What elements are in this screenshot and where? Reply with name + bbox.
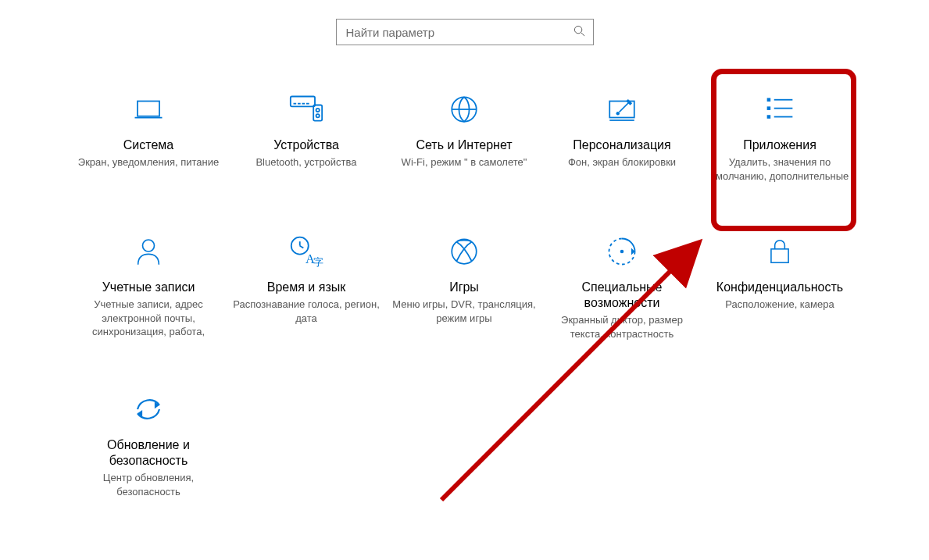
svg-point-29 — [452, 239, 477, 264]
svg-rect-19 — [767, 115, 771, 119]
svg-point-31 — [620, 250, 624, 254]
globe-icon — [448, 91, 481, 128]
tile-time-language[interactable]: A 字 Время и язык Распознавание голоса, р… — [228, 228, 384, 348]
tile-title: Конфиденциальность — [716, 280, 843, 295]
tile-privacy[interactable]: Конфиденциальность Расположение, камера — [702, 228, 858, 348]
svg-rect-32 — [771, 249, 788, 262]
svg-rect-18 — [767, 106, 771, 110]
search-input[interactable] — [345, 25, 573, 40]
svg-rect-4 — [291, 97, 315, 107]
svg-rect-17 — [767, 98, 771, 102]
tile-title: Персонализация — [573, 137, 670, 153]
tile-title: Сеть и Интернет — [416, 137, 512, 153]
xbox-icon — [448, 233, 481, 270]
tile-desc: Bluetooth, устройства — [255, 155, 356, 169]
svg-rect-2 — [138, 102, 159, 116]
svg-line-26 — [300, 246, 304, 248]
tile-title: Система — [123, 137, 173, 153]
tile-desc: Экран, уведомления, питание — [78, 155, 219, 169]
tile-title: Учетные записи — [102, 280, 195, 295]
settings-search[interactable] — [336, 19, 594, 45]
sync-icon — [132, 391, 165, 428]
tile-desc: Экранный диктор, размер текста, контраст… — [548, 313, 695, 341]
tile-desc: Учетные записи, адрес электронной почты,… — [75, 298, 222, 339]
tile-desc: Расположение, камера — [725, 298, 834, 312]
tile-title: Приложения — [743, 137, 816, 153]
person-icon — [133, 233, 164, 270]
tile-desc: Удалить, значения по умолчанию, дополнит… — [706, 155, 853, 183]
apps-list-icon — [763, 91, 797, 128]
tile-desc: Центр обновления, безопасность — [75, 471, 222, 498]
tile-gaming[interactable]: Игры Меню игры, DVR, трансляция, режим и… — [386, 228, 542, 348]
svg-point-11 — [316, 114, 320, 117]
accessibility-icon — [605, 233, 639, 270]
svg-point-16 — [616, 112, 620, 115]
tile-accounts[interactable]: Учетные записи Учетные записи, адрес эле… — [70, 228, 227, 348]
svg-point-23 — [143, 240, 155, 251]
tile-ease-of-access[interactable]: Специальные возможности Экранный диктор,… — [544, 228, 700, 348]
tile-title: Устройства — [273, 137, 339, 153]
tile-desc: Меню игры, DVR, трансляция, режим игры — [391, 298, 538, 325]
tile-title: Время и язык — [267, 280, 345, 295]
tile-network[interactable]: Сеть и Интернет Wi-Fi, режим " в самолет… — [386, 86, 542, 191]
svg-point-0 — [574, 26, 581, 33]
svg-text:字: 字 — [313, 256, 323, 268]
tile-devices[interactable]: Устройства Bluetooth, устройства — [228, 86, 384, 191]
paint-icon — [605, 91, 639, 128]
tile-system[interactable]: Система Экран, уведомления, питание — [70, 86, 227, 191]
tile-personalization[interactable]: Персонализация Фон, экран блокировки — [544, 86, 700, 191]
tile-title: Обновление и безопасность — [75, 437, 222, 469]
settings-grid: Система Экран, уведомления, питание Устр… — [70, 86, 859, 506]
tile-apps[interactable]: Приложения Удалить, значения по умолчани… — [702, 86, 858, 191]
tile-desc: Wi-Fi, режим " в самолете" — [402, 155, 527, 169]
devices-icon — [288, 91, 325, 128]
time-language-icon: A 字 — [288, 233, 324, 270]
tile-title: Игры — [449, 280, 479, 295]
tile-title: Специальные возможности — [548, 280, 695, 311]
svg-rect-9 — [313, 105, 322, 121]
display-icon — [132, 91, 165, 128]
tile-desc: Фон, экран блокировки — [568, 155, 676, 169]
search-icon — [573, 25, 585, 40]
tile-desc: Распознавание голоса, регион, дата — [233, 298, 380, 325]
svg-point-10 — [316, 109, 320, 112]
svg-line-1 — [581, 32, 584, 35]
lock-icon — [765, 233, 795, 270]
tile-update-security[interactable]: Обновление и безопасность Центр обновлен… — [70, 386, 227, 506]
